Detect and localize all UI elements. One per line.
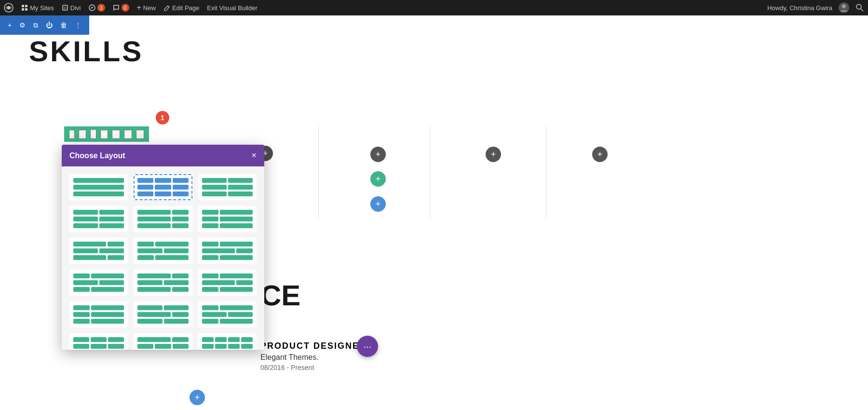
experience-text: CE bbox=[260, 279, 366, 312]
layout-row-4 bbox=[69, 270, 257, 296]
updates-menu[interactable]: 3 bbox=[89, 4, 105, 12]
divi-label: Divi bbox=[70, 4, 81, 12]
col-divider-2 bbox=[430, 126, 430, 218]
row-library-button[interactable]: ▣ bbox=[100, 130, 108, 139]
user-avatar[interactable] bbox=[838, 2, 850, 14]
row-delete-button[interactable]: 🗑 bbox=[124, 130, 132, 139]
col-divider-3 bbox=[546, 126, 546, 218]
layout-row-1 bbox=[69, 174, 257, 200]
svg-rect-5 bbox=[25, 8, 27, 11]
new-menu[interactable]: + New bbox=[137, 3, 156, 12]
layout-option-2-1[interactable] bbox=[69, 206, 128, 232]
my-sites-menu[interactable]: My Sites bbox=[21, 4, 54, 12]
section-add-button[interactable]: + bbox=[6, 19, 14, 31]
col-add-far-2[interactable]: + bbox=[592, 147, 608, 162]
edit-page-label: Edit Page bbox=[172, 4, 199, 12]
row-add-button[interactable]: + bbox=[69, 130, 75, 139]
howdy-text: Howdy, Christina Gwira bbox=[767, 4, 832, 12]
layout-option-2-3[interactable] bbox=[198, 206, 257, 232]
edit-page-link[interactable]: Edit Page bbox=[163, 4, 199, 12]
layout-option-5-2[interactable] bbox=[134, 301, 192, 328]
choose-layout-modal: Choose Layout × bbox=[62, 145, 264, 350]
company-name: Elegant Themes. bbox=[260, 353, 366, 362]
section-duplicate-button[interactable]: ⧉ bbox=[31, 19, 40, 31]
divi-menu[interactable]: D Divi bbox=[62, 4, 81, 12]
modal-title: Choose Layout bbox=[69, 151, 125, 160]
layout-option-3-1[interactable] bbox=[69, 238, 128, 264]
section-delete-button[interactable]: 🗑 bbox=[58, 19, 69, 31]
layout-option-5-3[interactable] bbox=[198, 301, 257, 328]
layout-option-3-3[interactable] bbox=[198, 238, 257, 264]
col-divider-1 bbox=[318, 126, 319, 218]
section-more-button[interactable]: ⋮ bbox=[73, 19, 83, 31]
layout-option-4-2[interactable] bbox=[134, 270, 192, 296]
layout-option-2-2[interactable] bbox=[134, 206, 192, 232]
add-module-button[interactable]: + bbox=[190, 390, 205, 405]
layout-row-6 bbox=[69, 333, 257, 350]
layout-option-6-2[interactable] bbox=[134, 333, 192, 350]
section-settings-button[interactable]: ⚙ bbox=[17, 19, 27, 31]
section-toolbar: + ⚙ ⧉ ⏻ 🗑 ⋮ bbox=[0, 15, 89, 35]
layout-row-5 bbox=[69, 301, 257, 328]
svg-point-8 bbox=[89, 5, 95, 11]
exit-builder-link[interactable]: Exit Visual Builder bbox=[207, 4, 258, 12]
my-sites-label: My Sites bbox=[30, 4, 54, 12]
layout-option-6-1[interactable] bbox=[69, 333, 128, 350]
svg-point-1 bbox=[7, 6, 10, 9]
modal-body[interactable] bbox=[62, 166, 264, 350]
svg-rect-4 bbox=[22, 8, 24, 11]
svg-rect-3 bbox=[25, 5, 27, 7]
layout-row-3 bbox=[69, 238, 257, 264]
layout-option-6-3[interactable] bbox=[198, 333, 257, 350]
svg-rect-2 bbox=[22, 5, 24, 7]
new-label: New bbox=[143, 4, 156, 12]
layout-row-2 bbox=[69, 206, 257, 232]
exit-builder-label: Exit Visual Builder bbox=[207, 4, 258, 12]
purple-fab-button[interactable]: ··· bbox=[357, 336, 378, 357]
modal-header: Choose Layout × bbox=[62, 145, 264, 166]
product-designer-title: PRODUCT DESIGNER bbox=[260, 341, 366, 351]
svg-line-12 bbox=[861, 9, 863, 11]
wp-logo[interactable] bbox=[4, 3, 14, 13]
row-toolbar: + ⚙ ⧉ ▣ ⏻ 🗑 ⋮ bbox=[64, 126, 149, 142]
modal-close-button[interactable]: × bbox=[251, 150, 257, 161]
row-settings-button[interactable]: ⚙ bbox=[79, 130, 86, 139]
date-range: 08/2016 - Present bbox=[260, 364, 366, 371]
page-content: + ⚙ ⧉ ⏻ 🗑 ⋮ SKILLS 1 + ⚙ ⧉ ▣ ⏻ 🗑 ⋮ + + +… bbox=[0, 15, 868, 410]
layout-option-5-1[interactable] bbox=[69, 301, 128, 328]
admin-bar-right: Howdy, Christina Gwira bbox=[767, 2, 864, 14]
layout-option-1col[interactable] bbox=[69, 174, 128, 200]
row-more-button[interactable]: ⋮ bbox=[136, 130, 144, 139]
layout-option-4-3[interactable] bbox=[198, 270, 257, 296]
row-toggle-button[interactable]: ⏻ bbox=[112, 130, 120, 139]
search-icon[interactable] bbox=[855, 3, 864, 12]
row-duplicate-button[interactable]: ⧉ bbox=[90, 129, 96, 139]
layout-option-4-1[interactable] bbox=[69, 270, 128, 296]
skills-title: SKILLS bbox=[29, 35, 839, 68]
svg-text:D: D bbox=[64, 6, 67, 10]
admin-bar: My Sites D Divi 3 0 + New Edit Page Exit… bbox=[0, 0, 868, 15]
badge-1: 1 bbox=[156, 111, 169, 124]
svg-point-10 bbox=[842, 4, 846, 8]
comments-badge: 0 bbox=[122, 4, 129, 12]
skills-section: SKILLS bbox=[0, 15, 868, 87]
bottom-section: CE PRODUCT DESIGNER Elegant Themes. 08/2… bbox=[260, 279, 366, 371]
updates-badge: 3 bbox=[97, 4, 105, 12]
layout-option-3col[interactable] bbox=[134, 174, 192, 200]
comments-menu[interactable]: 0 bbox=[113, 4, 129, 12]
layout-option-2col[interactable] bbox=[198, 174, 257, 200]
section-toggle-button[interactable]: ⏻ bbox=[44, 19, 54, 31]
layout-option-3-2[interactable] bbox=[134, 238, 192, 264]
svg-point-11 bbox=[856, 4, 861, 9]
